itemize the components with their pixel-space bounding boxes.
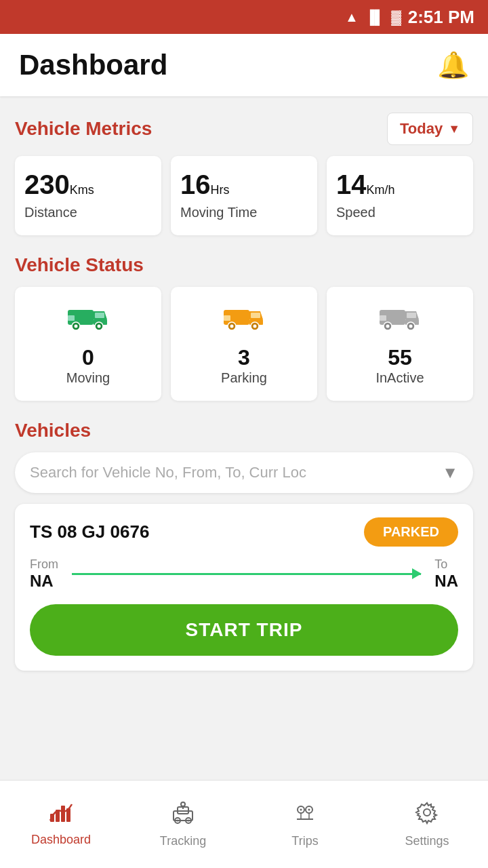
- vehicle-status-badge: PARKED: [364, 517, 458, 547]
- moving-status-card: 0 Moving: [15, 287, 161, 401]
- notification-bell-icon[interactable]: 🔔: [437, 50, 469, 80]
- svg-rect-8: [95, 313, 104, 318]
- route-from: From NA: [30, 557, 58, 591]
- battery-icon: ▓: [391, 9, 401, 25]
- inactive-label: InActive: [375, 370, 424, 386]
- filter-icon[interactable]: ▼: [442, 463, 458, 482]
- status-bar: ▲ ▐▌ ▓ 2:51 PM: [0, 0, 488, 34]
- svg-rect-7: [68, 315, 75, 321]
- vehicle-card: TS 08 GJ 0676 PARKED From NA To NA START…: [15, 504, 473, 671]
- vehicle-card-header: TS 08 GJ 0676 PARKED: [30, 517, 458, 547]
- moving-count: 0: [82, 345, 94, 370]
- svg-rect-26: [407, 313, 416, 318]
- parking-status-card: 3 Parking: [171, 287, 317, 401]
- svg-point-15: [253, 325, 257, 328]
- bottom-nav: Dashboard Tracking: [0, 780, 488, 868]
- settings-nav-label: Settings: [405, 834, 449, 848]
- vehicle-search-container[interactable]: Search for Vehicle No, From, To, Curr Lo…: [15, 452, 473, 493]
- svg-point-46: [424, 809, 430, 816]
- speed-value-row: 14Km/h: [336, 171, 395, 198]
- search-placeholder: Search for Vehicle No, From, To, Curr Lo…: [30, 464, 442, 481]
- parking-label: Parking: [221, 370, 267, 386]
- moving-time-unit: Hrs: [211, 183, 230, 197]
- moving-time-value-row: 16Hrs: [180, 171, 230, 198]
- today-label: Today: [400, 120, 443, 138]
- trips-nav-label: Trips: [291, 834, 318, 848]
- metrics-cards-row: 230Kms Distance 16Hrs Moving Time 14Km/h…: [15, 156, 473, 235]
- speed-card: 14Km/h Speed: [327, 156, 473, 235]
- route-to: To NA: [434, 557, 458, 591]
- svg-point-37: [181, 802, 185, 806]
- parking-truck-icon: [222, 302, 266, 338]
- svg-point-24: [409, 325, 413, 328]
- today-dropdown[interactable]: Today ▼: [387, 113, 473, 145]
- moving-label: Moving: [66, 370, 110, 386]
- status-cards-row: 0 Moving 3 Parking: [15, 287, 473, 401]
- from-label: From: [30, 557, 58, 572]
- distance-card: 230Kms Distance: [15, 156, 161, 235]
- chevron-down-icon: ▼: [448, 122, 460, 136]
- nav-item-settings[interactable]: Settings: [366, 781, 488, 868]
- route-row: From NA To NA: [30, 557, 458, 591]
- start-trip-button[interactable]: START TRIP: [30, 604, 458, 656]
- nav-item-trips[interactable]: Trips: [244, 781, 366, 868]
- to-value: NA: [434, 572, 458, 591]
- distance-value-row: 230Kms: [24, 171, 94, 198]
- inactive-truck-icon: [378, 302, 422, 338]
- svg-rect-25: [380, 315, 386, 321]
- status-time: 2:51 PM: [408, 7, 474, 28]
- from-value: NA: [30, 572, 58, 591]
- distance-label: Distance: [24, 205, 77, 220]
- route-arrow: [58, 573, 434, 575]
- page-title: Dashboard: [19, 49, 167, 81]
- vehicle-status-title: Vehicle Status: [15, 254, 144, 276]
- status-icons: ▲ ▐▌ ▓ 2:51 PM: [345, 7, 474, 28]
- vehicle-status-header: Vehicle Status: [15, 254, 473, 276]
- distance-value: 230: [24, 170, 70, 199]
- moving-truck-icon: [66, 302, 110, 338]
- svg-point-13: [230, 325, 234, 328]
- moving-time-card: 16Hrs Moving Time: [171, 156, 317, 235]
- dashboard-nav-label: Dashboard: [31, 833, 91, 847]
- nav-item-dashboard[interactable]: Dashboard: [0, 781, 122, 868]
- dashboard-nav-icon: [49, 802, 73, 829]
- tracking-nav-icon: [171, 800, 195, 830]
- vehicles-title: Vehicles: [15, 420, 91, 441]
- inactive-status-card: 55 InActive: [327, 287, 473, 401]
- tracking-nav-label: Tracking: [160, 834, 206, 848]
- svg-point-40: [300, 809, 302, 811]
- svg-rect-31: [174, 811, 192, 821]
- svg-point-35: [177, 820, 179, 822]
- trips-nav-icon: [293, 800, 317, 830]
- signal-icon: ▐▌: [365, 9, 384, 25]
- vehicle-number: TS 08 GJ 0676: [30, 521, 149, 542]
- svg-point-4: [75, 325, 78, 328]
- speed-label: Speed: [336, 205, 375, 220]
- vehicles-section: Vehicles Search for Vehicle No, From, To…: [15, 420, 473, 671]
- arrow-line: [72, 573, 421, 575]
- speed-value: 14: [336, 170, 367, 199]
- vehicle-metrics-title: Vehicle Metrics: [15, 118, 152, 140]
- parking-count: 3: [238, 345, 250, 370]
- svg-rect-17: [251, 313, 260, 318]
- svg-point-36: [188, 820, 190, 822]
- svg-point-42: [308, 809, 310, 811]
- nav-item-tracking[interactable]: Tracking: [122, 781, 244, 868]
- app-header: Dashboard 🔔: [0, 34, 488, 96]
- main-content: Vehicle Metrics Today ▼ 230Kms Distance …: [0, 96, 488, 766]
- vehicle-metrics-header: Vehicle Metrics Today ▼: [15, 113, 473, 145]
- svg-point-22: [386, 325, 390, 328]
- moving-time-label: Moving Time: [180, 205, 257, 220]
- speed-unit: Km/h: [367, 183, 395, 197]
- distance-unit: Kms: [70, 183, 94, 197]
- inactive-count: 55: [388, 345, 412, 370]
- to-label: To: [434, 557, 458, 572]
- settings-nav-icon: [415, 800, 439, 830]
- wifi-icon: ▲: [345, 9, 359, 25]
- svg-rect-29: [61, 806, 65, 822]
- svg-point-6: [98, 325, 101, 328]
- svg-rect-16: [224, 315, 230, 321]
- moving-time-value: 16: [180, 170, 211, 199]
